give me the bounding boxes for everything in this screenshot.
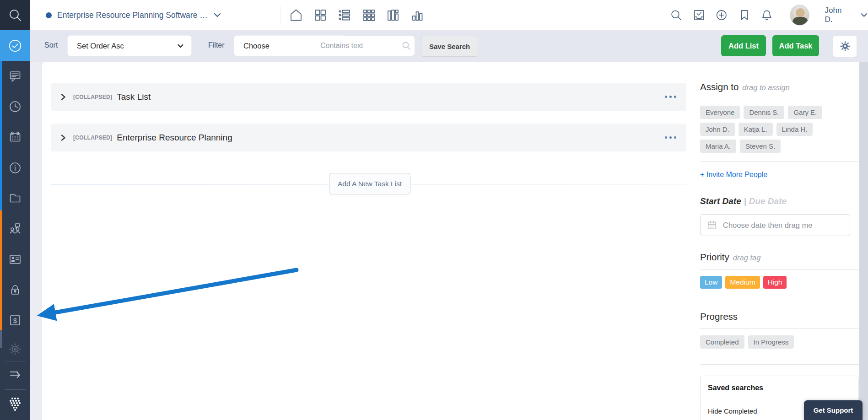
assignee-pill[interactable]: Linda H.: [776, 123, 813, 136]
expand-chevron-icon[interactable]: [59, 93, 67, 101]
assign-hint: drag to assign: [742, 83, 790, 92]
assignee-pill[interactable]: Steven S.: [740, 140, 781, 153]
sidebar-item-search[interactable]: [0, 0, 30, 30]
search-icon: [8, 8, 22, 22]
assignee-pills: Everyone Dennis S. Gary E. John D. Katja…: [700, 106, 838, 153]
task-list-row[interactable]: [COLLAPSED] Enterprise Resource Planning: [51, 124, 686, 151]
home-icon[interactable]: [289, 8, 303, 22]
filter-label: Filter: [208, 41, 225, 49]
sidebar-item-time[interactable]: [0, 93, 30, 120]
search-icon[interactable]: [670, 8, 683, 22]
progress-section: Progress Completed In Progress: [700, 311, 859, 365]
invoices-dollar-icon: $: [9, 314, 22, 327]
sidebar-logo[interactable]: [0, 391, 30, 418]
sidebar-item-contacts[interactable]: [0, 246, 30, 273]
collapsed-tag: [COLLAPSED]: [73, 94, 112, 100]
contains-text-input[interactable]: [312, 42, 398, 50]
priority-pills: Low Medium High: [700, 276, 859, 289]
priority-hint: drag tag: [733, 253, 761, 262]
logo-icon: [6, 396, 24, 413]
app-sidebar: $: [0, 0, 30, 420]
assignee-pill[interactable]: Dennis S.: [744, 106, 784, 119]
settings-gear-icon: [9, 343, 22, 355]
sidebar-item-invoices[interactable]: $: [0, 307, 30, 334]
sidebar-item-files[interactable]: [0, 184, 30, 212]
chevron-down-icon: [177, 43, 184, 48]
priority-section: Prioritydrag tag Low Medium High: [700, 252, 859, 299]
content-gutter: [30, 62, 42, 420]
small-grid-view-icon[interactable]: [362, 8, 376, 22]
team-chat-icon: [9, 223, 22, 236]
progress-pill-completed[interactable]: Completed: [700, 335, 744, 349]
progress-pills: Completed In Progress: [700, 335, 838, 349]
grid-view-icon[interactable]: [313, 8, 327, 22]
project-title: Enterprise Resource Planning Software …: [57, 11, 208, 20]
add-icon[interactable]: [715, 8, 728, 22]
choose-date-drag-box[interactable]: Choose date then drag me: [700, 214, 850, 236]
assignee-pill[interactable]: Gary E.: [788, 106, 822, 119]
sidebar-item-team-chat[interactable]: [0, 215, 30, 243]
notifications-bell-icon[interactable]: [760, 8, 773, 22]
list-view-icon[interactable]: [338, 8, 351, 22]
chevron-down-icon: [213, 12, 221, 18]
save-search-label: Save Search: [429, 43, 470, 50]
sidebar-collapse-button[interactable]: [0, 361, 30, 388]
task-list-title: Task List: [117, 92, 151, 102]
sidebar-item-discussions[interactable]: [0, 63, 30, 90]
sort-value: Set Order Asc: [77, 42, 124, 50]
progress-pill-in-progress[interactable]: In Progress: [748, 335, 794, 349]
task-list-row[interactable]: [COLLAPSED] Task List: [51, 83, 686, 111]
priority-pill-medium[interactable]: Medium: [725, 276, 760, 289]
add-list-button[interactable]: Add List: [721, 35, 766, 56]
assignee-pill[interactable]: Maria A.: [700, 140, 736, 153]
sidebar-item-passwords[interactable]: [0, 276, 30, 304]
svg-text:$: $: [13, 317, 17, 324]
user-name[interactable]: John D.: [825, 6, 850, 24]
view-switcher: [289, 0, 424, 30]
sidebar-item-settings[interactable]: [0, 335, 30, 363]
add-list-label: Add List: [728, 42, 759, 50]
chart-view-icon[interactable]: [410, 8, 424, 22]
sidebar-item-calendar[interactable]: [0, 124, 30, 151]
add-new-task-list-button[interactable]: Add A New Task List: [329, 173, 410, 194]
expand-chevron-icon[interactable]: [59, 134, 67, 142]
sort-label: Sort: [44, 41, 58, 49]
sidebar-item-tasks-active[interactable]: [0, 30, 30, 61]
choose-date-placeholder: Choose date then drag me: [723, 221, 812, 230]
lock-icon: [9, 284, 22, 296]
priority-pill-low[interactable]: Low: [700, 276, 722, 289]
dates-separator: |: [744, 196, 746, 206]
tasks-check-icon: [8, 39, 22, 53]
assign-title: Assign to: [700, 81, 739, 92]
board-view-icon[interactable]: [386, 8, 400, 22]
bookmark-icon[interactable]: [738, 8, 751, 22]
assignee-pill[interactable]: Everyone: [700, 106, 740, 119]
list-settings-button[interactable]: [833, 35, 857, 57]
start-date-label: Start Date: [700, 196, 741, 206]
header-divider: [280, 6, 280, 24]
add-task-button[interactable]: Add Task: [772, 35, 819, 56]
save-search-button[interactable]: Save Search: [421, 36, 478, 57]
page-scrollbar[interactable]: [859, 30, 868, 420]
invite-more-people-link[interactable]: + Invite More People: [700, 171, 767, 179]
priority-pill-high[interactable]: High: [763, 276, 787, 289]
inbox-check-icon[interactable]: [693, 8, 706, 22]
user-menu-chevron-icon[interactable]: [860, 12, 868, 18]
discussions-icon: [9, 70, 22, 83]
dates-section-title: Start Date|Due Date: [700, 196, 859, 206]
sort-dropdown[interactable]: Set Order Asc: [68, 36, 191, 56]
project-color-dot: [46, 12, 52, 18]
row-menu-dots-icon[interactable]: [665, 136, 676, 139]
get-support-label: Get Support: [814, 406, 853, 414]
sidebar-divider: [5, 389, 26, 390]
row-menu-dots-icon[interactable]: [665, 96, 676, 98]
get-support-button[interactable]: Get Support: [804, 400, 863, 420]
project-selector[interactable]: Enterprise Resource Planning Software …: [46, 0, 221, 30]
add-task-label: Add Task: [779, 42, 812, 50]
assignee-pill[interactable]: Katja L.: [739, 123, 773, 136]
user-avatar[interactable]: [790, 5, 809, 26]
assignee-pill[interactable]: John D.: [700, 123, 735, 136]
files-folder-icon: [9, 192, 22, 205]
collapse-arrow-icon: [8, 367, 22, 381]
sidebar-item-info[interactable]: [0, 154, 30, 182]
